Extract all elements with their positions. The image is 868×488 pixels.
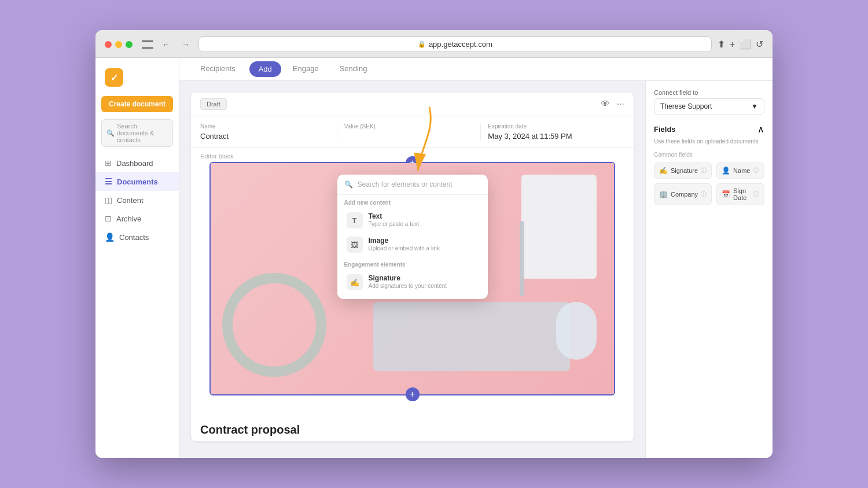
field-chip-company[interactable]: 🏢 Company ⓘ (654, 183, 712, 205)
connect-field-label: Connect field to (654, 89, 764, 96)
tab-recipients[interactable]: Recipients (191, 58, 245, 80)
sidebar-item-contacts[interactable]: 👤 Contacts (95, 228, 179, 246)
sidebar-logo: ✓ (95, 62, 179, 96)
traffic-lights (105, 41, 133, 48)
name-value[interactable]: Contract (200, 132, 330, 141)
close-button[interactable] (105, 41, 112, 48)
image-item-desc: Upload or embed with a link (369, 245, 479, 252)
address-bar[interactable]: 🔒 app.getaccept.com (198, 36, 712, 52)
popup-search[interactable]: 🔍 Search for elements or content (337, 175, 488, 195)
flatlay-headphones (222, 273, 326, 377)
text-item-desc: Type or paste a text (369, 221, 479, 227)
sidebar-item-archive[interactable]: ⊡ Archive (95, 209, 179, 228)
popup-search-icon: 🔍 (344, 180, 353, 188)
reload-icon[interactable]: ↺ (756, 39, 763, 50)
signature-chip-icon: ✍ (659, 167, 668, 175)
sidebar-item-label-archive: Archive (116, 215, 141, 223)
expiration-field: Expiration date May 3, 2024 at 11:59 PM (481, 123, 624, 141)
name-label: Name (200, 123, 330, 130)
text-element-icon: T (347, 212, 363, 228)
fields-header: Fields ∧ (654, 124, 764, 135)
sign-date-chip-label: Sign Date (733, 187, 751, 201)
popup-item-text-content: Text Type or paste a text (369, 212, 479, 227)
value-label: Value (SEK) (344, 123, 474, 130)
browser-actions: ⬆ + ⬜ ↺ (718, 39, 763, 50)
new-tab-icon[interactable]: + (730, 39, 735, 50)
sidebar-item-label-dashboard: Dashboard (116, 159, 153, 168)
field-chip-name[interactable]: 👤 Name ⓘ (716, 162, 764, 179)
main-content: Draft 👁 ··· Name Contract (179, 81, 773, 458)
maximize-button[interactable] (126, 41, 133, 48)
expiration-value[interactable]: May 3, 2024 at 11:59 PM (488, 132, 617, 141)
browser-chrome: ← → 🔒 app.getaccept.com ⬆ + ⬜ ↺ (95, 30, 773, 58)
company-chip-label: Company (671, 191, 698, 198)
doc-header-actions: 👁 ··· (601, 99, 624, 109)
name-chip-icon: 👤 (722, 167, 730, 175)
signature-item-title: Signature (369, 274, 479, 282)
chevron-down-icon: ▼ (751, 102, 758, 110)
app-layout: ✓ Create document 🔍 Search documents & c… (95, 58, 773, 458)
panel-body: Connect field to Therese Support ▼ Field… (646, 81, 773, 458)
flatlay-notebook (521, 175, 597, 279)
sign-date-info-icon[interactable]: ⓘ (753, 190, 759, 198)
url-text: app.getaccept.com (429, 40, 492, 49)
name-info-icon[interactable]: ⓘ (753, 167, 759, 175)
back-button[interactable]: ← (159, 39, 173, 50)
engagement-label: Engagement elements (337, 257, 488, 270)
contacts-icon: 👤 (105, 232, 115, 242)
sidebar-item-content[interactable]: ◫ Content (95, 191, 179, 209)
popup-item-text[interactable]: T Text Type or paste a text (340, 208, 486, 232)
name-field: Name Contract (200, 123, 337, 141)
popup-item-image[interactable]: 🖼 Image Upload or embed with a link (340, 232, 486, 257)
fields-title: Fields (654, 125, 676, 134)
browser-window: ← → 🔒 app.getaccept.com ⬆ + ⬜ ↺ ✓ Create… (95, 30, 773, 458)
sidebar-item-label-content: Content (117, 196, 144, 205)
tab-sending[interactable]: Sending (330, 58, 377, 80)
signature-element-icon: ✍ (347, 274, 363, 290)
search-icon: 🔍 (106, 130, 115, 137)
contract-title: Contract proposal (191, 414, 634, 441)
create-document-button[interactable]: Create document (101, 96, 173, 112)
company-chip-icon: 🏢 (659, 190, 668, 198)
collapse-icon[interactable]: ∧ (757, 124, 764, 135)
logo-icon: ✓ (105, 68, 123, 87)
signature-chip-label: Signature (671, 167, 698, 174)
extensions-icon[interactable]: ⬜ (740, 39, 751, 50)
connect-field-value: Therese Support (660, 102, 712, 110)
text-icon-letter: T (352, 216, 357, 225)
signature-info-icon[interactable]: ⓘ (701, 167, 707, 175)
sidebar-toggle-icon[interactable] (142, 40, 153, 49)
forward-button[interactable]: → (179, 39, 193, 50)
documents-icon: ☰ (105, 177, 112, 186)
field-chip-signature[interactable]: ✍ Signature ⓘ (654, 162, 712, 179)
sidebar: ✓ Create document 🔍 Search documents & c… (95, 58, 179, 458)
tab-engage[interactable]: Engage (284, 58, 328, 80)
preview-icon[interactable]: 👁 (601, 99, 610, 109)
dashboard-icon: ⊞ (105, 158, 112, 168)
nav-items: ⊞ Dashboard ☰ Documents ◫ Content ⊡ Arch… (95, 154, 179, 458)
popup-item-image-content: Image Upload or embed with a link (369, 236, 479, 252)
tab-bar: Recipients Add Engage Sending (179, 58, 773, 81)
sidebar-search[interactable]: 🔍 Search documents & contacts (101, 119, 173, 147)
sidebar-item-dashboard[interactable]: ⊞ Dashboard (95, 154, 179, 172)
add-new-label: Add new content (337, 195, 488, 208)
block-handle-bottom[interactable]: + (406, 387, 420, 401)
image-element-icon: 🖼 (347, 236, 363, 253)
tab-add[interactable]: Add (249, 61, 281, 77)
field-chip-sign-date[interactable]: 📅 Sign Date ⓘ (716, 183, 764, 205)
content-icon: ◫ (105, 195, 112, 205)
more-options-icon[interactable]: ··· (617, 99, 624, 109)
sidebar-item-documents[interactable]: ☰ Documents (95, 172, 179, 191)
add-content-popup: 🔍 Search for elements or content Add new… (337, 175, 488, 299)
minimize-button[interactable] (115, 41, 122, 48)
flatlay-pen (520, 221, 524, 296)
text-item-title: Text (369, 212, 479, 220)
company-info-icon[interactable]: ⓘ (701, 190, 707, 198)
connect-field-dropdown[interactable]: Therese Support ▼ (654, 98, 764, 114)
share-icon[interactable]: ⬆ (718, 39, 725, 50)
archive-icon: ⊡ (105, 214, 112, 223)
sidebar-search-placeholder: Search documents & contacts (117, 123, 168, 143)
draft-badge: Draft (200, 98, 227, 110)
popup-search-placeholder: Search for elements or content (358, 180, 453, 188)
popup-item-signature[interactable]: ✍ Signature Add signatures to your conte… (340, 270, 486, 294)
